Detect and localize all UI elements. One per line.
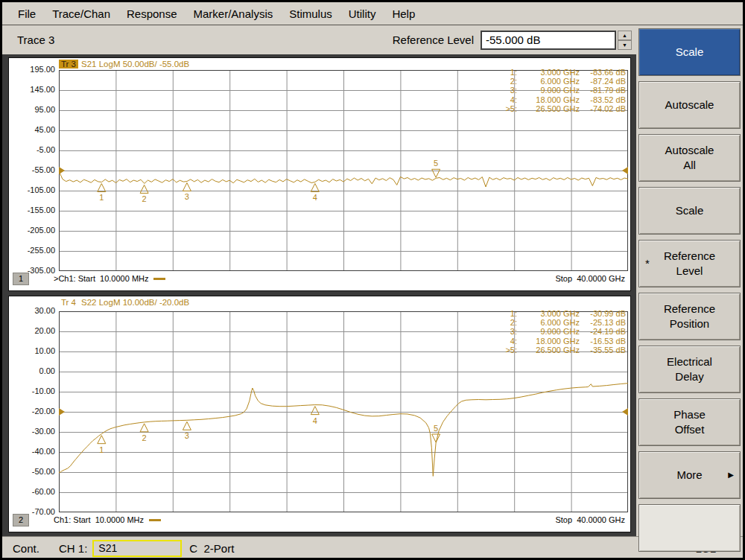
svg-text:1: 1 <box>99 445 104 454</box>
marker-frequency: 26.500 GHz <box>517 346 580 354</box>
marker-number: 4: <box>498 95 517 104</box>
softkey-label-line: Reference <box>664 249 715 264</box>
softkey-label-line: Position <box>670 316 709 331</box>
softkey-autoscale-all[interactable]: AutoscaleAll <box>638 134 741 182</box>
softkey-label-line: All <box>683 158 696 173</box>
y-axis-tick-label: 0.00 <box>10 366 55 376</box>
menu-item-utility[interactable]: Utility <box>340 4 384 24</box>
trace-measurement-label: S21 LogM 50.00dB/ -55.0dB <box>81 60 189 69</box>
marker-frequency: 9.000 GHz <box>517 327 580 336</box>
spinner-up-button[interactable]: ▲ <box>618 31 632 40</box>
channel-number-badge: 2 <box>13 514 29 526</box>
channel-number-badge: 1 <box>13 273 29 285</box>
marker-frequency: 26.500 GHz <box>517 104 580 113</box>
svg-text:2: 2 <box>142 194 147 203</box>
svg-text:4: 4 <box>313 193 317 202</box>
menu-bar: FileTrace/ChanResponseMarker/AnalysisSti… <box>2 2 743 25</box>
menu-item-marker-analysis[interactable]: Marker/Analysis <box>186 4 282 24</box>
stimulus-start-label: >Ch1: Start 10.0000 MHz <box>54 274 165 283</box>
marker-frequency: 6.000 GHz <box>517 77 580 86</box>
menu-item-file[interactable]: File <box>10 4 44 24</box>
softkey-reference-position[interactable]: ReferencePosition <box>638 293 741 340</box>
channel-label: CH 1: <box>59 542 87 555</box>
stimulus-start-label: Ch1: Start 10.0000 MHz <box>54 515 161 524</box>
trace-header: Tr 4S22 LogM 10.00dB/ -20.0dB <box>59 298 189 307</box>
marker-frequency: 3.000 GHz <box>517 309 580 318</box>
sweep-mode-status: Cont. <box>13 542 59 555</box>
y-axis-tick-label: -105.00 <box>10 185 55 195</box>
marker-frequency: 6.000 GHz <box>517 318 580 327</box>
softkey-scale[interactable]: Scale <box>638 187 741 235</box>
marker-readout-row: 3:9.000 GHz-81.79 dB <box>498 86 626 95</box>
y-axis-tick-label: -60.00 <box>10 487 55 497</box>
y-axis-tick-label: 45.00 <box>10 125 55 135</box>
spinner-down-button[interactable]: ▼ <box>618 40 632 50</box>
svg-text:4: 4 <box>313 416 317 425</box>
y-axis-tick-label: -10.00 <box>10 386 55 396</box>
marker-number: 2: <box>498 318 517 327</box>
y-axis-tick-label: 30.00 <box>10 306 55 316</box>
softkey-sidebar: ScaleAutoscaleAutoscaleAllScaleReference… <box>636 25 743 536</box>
marker-value: -25.13 dB <box>580 318 626 327</box>
correction-status: C 2-Port <box>189 542 234 555</box>
reference-level-arrow-icon <box>622 408 628 416</box>
softkey-autoscale[interactable]: Autoscale <box>638 81 741 129</box>
softkey-scale-title[interactable]: Scale <box>638 28 741 76</box>
marker-readout-row: 2:6.000 GHz-25.13 dB <box>498 318 626 327</box>
trace-measurement-label: S22 LogM 10.00dB/ -20.0dB <box>81 298 189 307</box>
y-axis-tick-label: -55.00 <box>10 165 55 175</box>
marker-number: 4: <box>498 337 517 346</box>
marker-1-symbol[interactable]: 1 <box>98 436 106 454</box>
marker-5-symbol[interactable]: 5 <box>432 424 440 442</box>
marker-number: 2: <box>498 77 517 86</box>
reference-level-input[interactable] <box>481 31 616 50</box>
softkey-reference-level[interactable]: ReferenceLevel* <box>638 240 741 287</box>
y-axis-tick-label: 145.00 <box>10 85 55 95</box>
menu-item-help[interactable]: Help <box>384 4 423 24</box>
menu-item-trace-chan[interactable]: Trace/Chan <box>44 4 118 24</box>
softkey-electrical-delay[interactable]: ElectricalDelay <box>638 346 741 393</box>
svg-text:5: 5 <box>434 424 438 433</box>
reference-level-arrow-icon <box>622 167 628 174</box>
softkey-label-line: Scale <box>676 45 704 60</box>
trace-header: Tr 3S21 LogM 50.00dB/ -55.0dB <box>59 60 189 69</box>
charts-region: Tr 3S21 LogM 50.00dB/ -55.0dB195.00145.0… <box>2 54 636 536</box>
submenu-arrow-icon: ▶ <box>728 468 734 483</box>
marker-readout-row: 4:18.000 GHz-83.52 dB <box>498 95 626 104</box>
marker-3-symbol[interactable]: 3 <box>183 182 191 201</box>
y-axis-tick-label: 10.00 <box>10 346 55 356</box>
y-axis-tick-label: -255.00 <box>10 246 55 255</box>
marker-4-symbol[interactable]: 4 <box>311 183 319 202</box>
softkey-label-line: Reference <box>664 302 715 316</box>
softkey-phase-offset[interactable]: PhaseOffset <box>638 398 741 446</box>
menu-item-response[interactable]: Response <box>118 4 186 24</box>
marker-readout-row: 1:3.000 GHz-83.66 dB <box>498 68 626 77</box>
softkey-label-line: Delay <box>675 369 703 384</box>
marker-value: -83.52 dB <box>580 95 626 104</box>
marker-1-symbol[interactable]: 1 <box>98 183 106 202</box>
marker-3-symbol[interactable]: 3 <box>183 421 191 440</box>
marker-5-symbol[interactable]: 5 <box>432 159 440 177</box>
y-axis-tick-label: 95.00 <box>10 105 55 115</box>
marker-frequency: 9.000 GHz <box>517 86 580 95</box>
softkey-label-line: Offset <box>675 422 705 437</box>
trace-tag[interactable]: Tr 3 <box>59 60 78 69</box>
marker-2-symbol[interactable]: 2 <box>140 424 148 442</box>
marker-number: 1: <box>498 309 517 318</box>
softkey-more[interactable]: More▶ <box>638 451 741 499</box>
stimulus-stop-label: Stop 40.0000 GHz <box>555 515 625 524</box>
marker-value: -35.55 dB <box>580 346 626 354</box>
left-column: Trace 3 Reference Level ▲ ▼ Tr 3S21 LogM… <box>2 25 636 536</box>
marker-value: -81.79 dB <box>580 86 626 95</box>
marker-number: >5: <box>498 104 517 113</box>
menu-item-stimulus[interactable]: Stimulus <box>281 4 340 24</box>
marker-4-symbol[interactable]: 4 <box>311 407 319 425</box>
y-axis-tick-label: 195.00 <box>10 65 55 74</box>
trace-tag[interactable]: Tr 4 <box>59 298 78 307</box>
marker-readout-row: >5:26.500 GHz-74.02 dB <box>498 104 626 113</box>
marker-value: -74.02 dB <box>580 104 626 113</box>
marker-2-symbol[interactable]: 2 <box>140 185 148 203</box>
y-axis-tick-label: -155.00 <box>10 206 55 215</box>
marker-value: -24.19 dB <box>580 327 626 336</box>
marker-number: 3: <box>498 327 517 336</box>
